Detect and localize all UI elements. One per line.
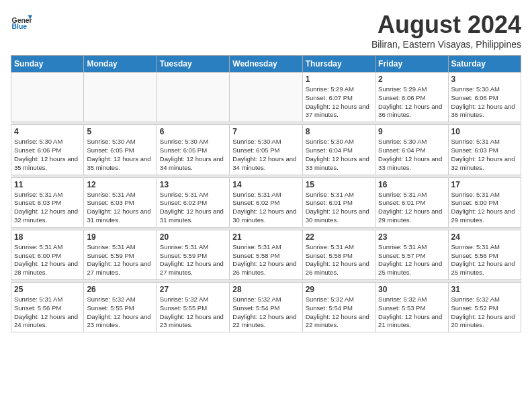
day-info: Sunrise: 5:32 AM Sunset: 5:53 PM Dayligh… (378, 295, 445, 330)
calendar-table: SundayMondayTuesdayWednesdayThursdayFrid… (11, 55, 521, 332)
day-number: 16 (378, 180, 445, 189)
day-number: 20 (160, 232, 226, 242)
day-number: 14 (232, 180, 299, 189)
page-header: General Blue August 2024 Biliran, Easter… (11, 11, 521, 50)
day-info: Sunrise: 5:31 AM Sunset: 5:57 PM Dayligh… (378, 243, 445, 277)
day-cell: 23Sunrise: 5:31 AM Sunset: 5:57 PM Dayli… (375, 230, 448, 279)
day-cell: 27Sunrise: 5:32 AM Sunset: 5:55 PM Dayli… (157, 283, 229, 332)
day-cell: 15Sunrise: 5:31 AM Sunset: 6:01 PM Dayli… (302, 177, 375, 227)
day-number: 18 (14, 232, 81, 242)
day-number: 21 (232, 232, 299, 242)
day-info: Sunrise: 5:31 AM Sunset: 6:01 PM Dayligh… (378, 191, 445, 225)
day-number: 15 (306, 180, 372, 189)
week-row-2: 4Sunrise: 5:30 AM Sunset: 6:06 PM Daylig… (11, 125, 521, 175)
day-cell: 1Sunrise: 5:29 AM Sunset: 6:07 PM Daylig… (302, 73, 375, 122)
day-number: 6 (160, 127, 226, 136)
day-info: Sunrise: 5:31 AM Sunset: 6:03 PM Dayligh… (14, 191, 81, 225)
day-cell: 25Sunrise: 5:31 AM Sunset: 5:56 PM Dayli… (11, 283, 84, 332)
day-info: Sunrise: 5:30 AM Sunset: 6:05 PM Dayligh… (232, 138, 299, 172)
logo-icon: General Blue (11, 11, 32, 32)
day-number: 1 (306, 75, 372, 84)
logo: General Blue (11, 11, 32, 32)
day-info: Sunrise: 5:32 AM Sunset: 5:55 PM Dayligh… (87, 295, 153, 330)
day-number: 30 (378, 285, 445, 294)
day-cell: 29Sunrise: 5:32 AM Sunset: 5:54 PM Dayli… (302, 283, 375, 332)
day-info: Sunrise: 5:30 AM Sunset: 6:05 PM Dayligh… (87, 138, 153, 172)
day-cell: 7Sunrise: 5:30 AM Sunset: 6:05 PM Daylig… (230, 125, 302, 175)
day-cell: 6Sunrise: 5:30 AM Sunset: 6:05 PM Daylig… (157, 125, 229, 175)
day-info: Sunrise: 5:32 AM Sunset: 5:52 PM Dayligh… (451, 295, 518, 330)
day-info: Sunrise: 5:30 AM Sunset: 6:04 PM Dayligh… (378, 138, 445, 172)
day-number: 29 (306, 285, 372, 294)
day-cell: 3Sunrise: 5:30 AM Sunset: 6:06 PM Daylig… (448, 73, 521, 122)
day-info: Sunrise: 5:31 AM Sunset: 6:02 PM Dayligh… (160, 191, 226, 225)
week-row-4: 18Sunrise: 5:31 AM Sunset: 6:00 PM Dayli… (11, 230, 521, 279)
day-number: 7 (232, 127, 299, 136)
weekday-header-row: SundayMondayTuesdayWednesdayThursdayFrid… (11, 56, 521, 73)
day-info: Sunrise: 5:31 AM Sunset: 5:56 PM Dayligh… (451, 243, 518, 277)
day-number: 19 (87, 232, 153, 242)
month-year: August 2024 (371, 11, 521, 39)
weekday-header-monday: Monday (84, 56, 157, 73)
weekday-header-wednesday: Wednesday (230, 56, 302, 73)
day-number: 24 (451, 232, 518, 242)
week-row-3: 11Sunrise: 5:31 AM Sunset: 6:03 PM Dayli… (11, 177, 521, 227)
weekday-header-tuesday: Tuesday (157, 56, 229, 73)
weekday-header-friday: Friday (375, 56, 448, 73)
day-cell (157, 73, 229, 122)
day-info: Sunrise: 5:31 AM Sunset: 6:00 PM Dayligh… (14, 243, 81, 277)
day-number: 11 (14, 180, 81, 189)
day-number: 4 (14, 127, 81, 136)
day-cell: 13Sunrise: 5:31 AM Sunset: 6:02 PM Dayli… (157, 177, 229, 227)
day-cell: 9Sunrise: 5:30 AM Sunset: 6:04 PM Daylig… (375, 125, 448, 175)
day-cell: 11Sunrise: 5:31 AM Sunset: 6:03 PM Dayli… (11, 177, 84, 227)
day-info: Sunrise: 5:31 AM Sunset: 6:02 PM Dayligh… (232, 191, 299, 225)
day-number: 12 (87, 180, 153, 189)
day-number: 9 (378, 127, 445, 136)
day-number: 8 (306, 127, 372, 136)
day-info: Sunrise: 5:32 AM Sunset: 5:55 PM Dayligh… (160, 295, 226, 330)
day-cell: 14Sunrise: 5:31 AM Sunset: 6:02 PM Dayli… (230, 177, 302, 227)
day-cell: 24Sunrise: 5:31 AM Sunset: 5:56 PM Dayli… (448, 230, 521, 279)
day-info: Sunrise: 5:30 AM Sunset: 6:06 PM Dayligh… (14, 138, 81, 172)
day-info: Sunrise: 5:31 AM Sunset: 6:01 PM Dayligh… (306, 191, 372, 225)
day-cell (11, 73, 84, 122)
weekday-header-thursday: Thursday (302, 56, 375, 73)
day-cell: 2Sunrise: 5:29 AM Sunset: 6:06 PM Daylig… (375, 73, 448, 122)
day-info: Sunrise: 5:32 AM Sunset: 5:54 PM Dayligh… (232, 295, 299, 330)
weekday-header-saturday: Saturday (448, 56, 521, 73)
day-cell: 18Sunrise: 5:31 AM Sunset: 6:00 PM Dayli… (11, 230, 84, 279)
day-cell: 20Sunrise: 5:31 AM Sunset: 5:59 PM Dayli… (157, 230, 229, 279)
day-number: 13 (160, 180, 226, 189)
day-info: Sunrise: 5:31 AM Sunset: 6:03 PM Dayligh… (87, 191, 153, 225)
day-cell: 10Sunrise: 5:31 AM Sunset: 6:03 PM Dayli… (448, 125, 521, 175)
day-cell: 19Sunrise: 5:31 AM Sunset: 5:59 PM Dayli… (84, 230, 157, 279)
day-cell (230, 73, 302, 122)
day-info: Sunrise: 5:30 AM Sunset: 6:05 PM Dayligh… (160, 138, 226, 172)
day-cell: 12Sunrise: 5:31 AM Sunset: 6:03 PM Dayli… (84, 177, 157, 227)
day-cell: 22Sunrise: 5:31 AM Sunset: 5:58 PM Dayli… (302, 230, 375, 279)
day-number: 22 (306, 232, 372, 242)
day-info: Sunrise: 5:32 AM Sunset: 5:54 PM Dayligh… (306, 295, 372, 330)
day-info: Sunrise: 5:31 AM Sunset: 5:59 PM Dayligh… (87, 243, 153, 277)
day-info: Sunrise: 5:31 AM Sunset: 5:59 PM Dayligh… (160, 243, 226, 277)
day-number: 23 (378, 232, 445, 242)
title-block: August 2024 Biliran, Eastern Visayas, Ph… (371, 11, 521, 50)
day-cell: 17Sunrise: 5:31 AM Sunset: 6:00 PM Dayli… (448, 177, 521, 227)
day-number: 31 (451, 285, 518, 294)
day-cell: 26Sunrise: 5:32 AM Sunset: 5:55 PM Dayli… (84, 283, 157, 332)
day-info: Sunrise: 5:31 AM Sunset: 6:03 PM Dayligh… (451, 138, 518, 172)
day-info: Sunrise: 5:31 AM Sunset: 5:56 PM Dayligh… (14, 295, 81, 330)
day-info: Sunrise: 5:31 AM Sunset: 5:58 PM Dayligh… (306, 243, 372, 277)
svg-text:Blue: Blue (12, 23, 28, 30)
day-number: 3 (451, 75, 518, 84)
day-info: Sunrise: 5:30 AM Sunset: 6:04 PM Dayligh… (306, 138, 372, 172)
day-number: 25 (14, 285, 81, 294)
weekday-header-sunday: Sunday (11, 56, 84, 73)
day-number: 17 (451, 180, 518, 189)
day-cell: 8Sunrise: 5:30 AM Sunset: 6:04 PM Daylig… (302, 125, 375, 175)
day-info: Sunrise: 5:30 AM Sunset: 6:06 PM Dayligh… (451, 85, 518, 120)
day-cell: 28Sunrise: 5:32 AM Sunset: 5:54 PM Dayli… (230, 283, 302, 332)
day-cell: 31Sunrise: 5:32 AM Sunset: 5:52 PM Dayli… (448, 283, 521, 332)
day-number: 27 (160, 285, 226, 294)
